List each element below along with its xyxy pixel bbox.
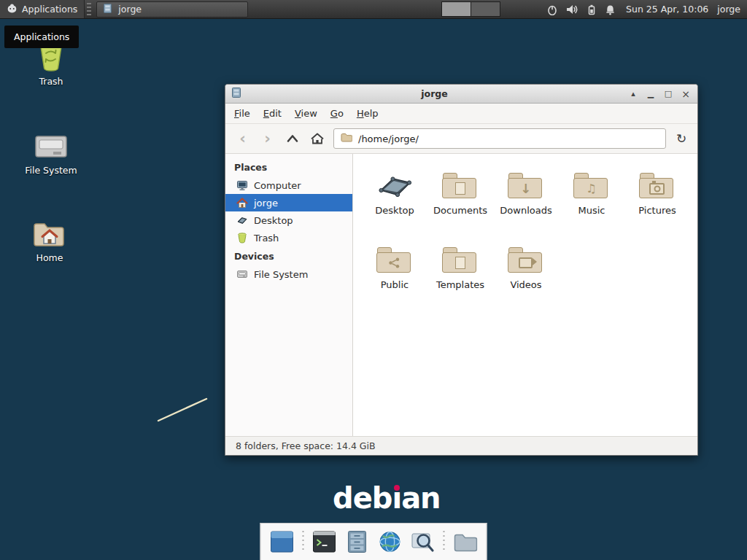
file-cabinet-icon (345, 530, 370, 553)
magnifier-icon (411, 530, 436, 553)
dock-separator (303, 531, 304, 553)
taskbar-window-button[interactable]: jorge (96, 1, 248, 18)
power-manager-icon[interactable] (587, 4, 596, 15)
menu-view[interactable]: View (288, 104, 324, 122)
desktop[interactable]: Applications jorge (0, 0, 747, 560)
sidebar-item-computer[interactable]: Computer (225, 176, 352, 194)
menu-help[interactable]: Help (350, 104, 385, 122)
folder-label: Music (578, 205, 605, 216)
menu-go[interactable]: Go (324, 104, 350, 122)
user-menu[interactable]: jorge (717, 4, 740, 15)
desktop-slab-icon (376, 166, 414, 201)
up-button[interactable] (281, 128, 303, 149)
menu-bar: File Edit View Go Help (225, 104, 697, 124)
location-bar[interactable]: /home/jorge/ (333, 128, 666, 149)
forward-button[interactable]: › (256, 128, 279, 149)
status-text: 8 folders, Free space: 14.4 GiB (236, 440, 376, 451)
folder-view[interactable]: Desktop Documents ↓ Downloads ♫ (353, 154, 697, 436)
sidebar-item-label: File System (254, 269, 308, 280)
sidebar-item-jorge[interactable]: jorge (225, 194, 352, 211)
back-icon: ‹ (239, 131, 246, 147)
computer-icon (236, 179, 248, 191)
desktop-icon-home[interactable]: Home (17, 214, 82, 263)
home-folder-icon (33, 214, 66, 248)
toolbar: ‹ › /home/jorge/ ↻ (225, 124, 697, 154)
panel-handle[interactable] (87, 3, 91, 15)
status-bar: 8 folders, Free space: 14.4 GiB (225, 436, 697, 455)
input-device-icon[interactable] (547, 4, 557, 15)
window-title: jorge (247, 88, 622, 99)
sidebar-header-devices: Devices (225, 246, 352, 265)
shade-button[interactable]: ▴ (627, 88, 640, 101)
sidebar-header-places: Places (225, 158, 352, 176)
folder-label: Documents (433, 205, 487, 216)
folder-item-videos[interactable]: Videos (493, 240, 559, 314)
sidebar-item-label: jorge (254, 198, 278, 209)
window-icon[interactable] (231, 87, 242, 101)
folder-label: Pictures (638, 205, 676, 216)
documents-folder-icon (442, 166, 479, 201)
drive-icon (236, 268, 248, 280)
folder-label: Public (381, 279, 409, 290)
sidebar-item-file-system[interactable]: File System (225, 265, 352, 283)
folder-item-pictures[interactable]: Pictures (624, 166, 690, 240)
workspace-2[interactable] (471, 2, 500, 16)
workspace-1[interactable] (442, 2, 471, 16)
music-folder-icon: ♫ (573, 166, 610, 201)
top-panel: Applications jorge (0, 0, 747, 19)
web-browser-launcher[interactable] (376, 528, 405, 556)
maximize-button[interactable]: □ (662, 88, 675, 101)
xfce-menu-icon (7, 3, 18, 16)
file-manager-launcher[interactable] (343, 528, 372, 556)
home-button[interactable] (306, 128, 328, 149)
debian-logo-text: an (401, 481, 440, 515)
system-tray (547, 4, 616, 15)
up-arrow-icon (286, 132, 299, 145)
folder-item-documents[interactable]: Documents (427, 166, 493, 240)
folder-label: Templates (436, 279, 484, 290)
notifications-bell-icon[interactable] (605, 4, 616, 15)
desktop-icon-label: Trash (39, 76, 63, 87)
dock-separator (444, 531, 445, 553)
workspace-switcher[interactable] (441, 1, 500, 17)
sidebar-item-label: Desktop (254, 215, 293, 226)
public-folder-icon (376, 240, 413, 275)
applications-tooltip: Applications (4, 26, 79, 48)
applications-menu-button[interactable]: Applications (0, 0, 85, 18)
templates-folder-icon (442, 240, 479, 275)
show-desktop-button[interactable] (268, 528, 297, 556)
menu-file[interactable]: File (228, 104, 257, 122)
taskbar-window-label: jorge (118, 4, 142, 15)
trash-icon (236, 232, 248, 244)
directory-menu-button[interactable] (451, 528, 480, 556)
minimize-button[interactable]: ▁ (644, 88, 657, 101)
folder-item-desktop[interactable]: Desktop (362, 166, 427, 240)
close-button[interactable]: × (679, 88, 692, 101)
window-body: Places Computer jorge (225, 154, 697, 436)
sidebar-item-label: Trash (254, 233, 279, 244)
back-button[interactable]: ‹ (231, 128, 254, 149)
folder-item-downloads[interactable]: ↓ Downloads (493, 166, 559, 240)
folder-icon (341, 133, 352, 144)
pictures-folder-icon (639, 166, 676, 201)
globe-icon (378, 530, 403, 553)
sidebar-item-desktop[interactable]: Desktop (225, 211, 352, 229)
sidebar-item-trash[interactable]: Trash (225, 229, 352, 246)
window-titlebar[interactable]: jorge ▴ ▁ □ × (225, 85, 697, 104)
menu-edit[interactable]: Edit (257, 104, 288, 122)
folder-item-music[interactable]: ♫ Music (559, 166, 624, 240)
clock[interactable]: Sun 25 Apr, 10:06 (626, 4, 708, 15)
show-desktop-icon (270, 530, 295, 553)
file-manager-window: jorge ▴ ▁ □ × File Edit View Go Help ‹ › (225, 84, 698, 456)
videos-folder-icon (508, 240, 544, 275)
location-path: /home/jorge/ (358, 133, 419, 144)
application-finder-launcher[interactable] (409, 528, 438, 556)
terminal-icon (312, 530, 337, 553)
reload-button[interactable]: ↻ (671, 128, 692, 149)
terminal-launcher[interactable] (310, 528, 339, 556)
folder-item-public[interactable]: Public (362, 240, 427, 314)
folder-item-templates[interactable]: Templates (427, 240, 493, 314)
desktop-icon-file-system[interactable]: File System (18, 127, 84, 176)
folder-label: Downloads (500, 205, 551, 216)
volume-icon[interactable] (566, 4, 578, 15)
